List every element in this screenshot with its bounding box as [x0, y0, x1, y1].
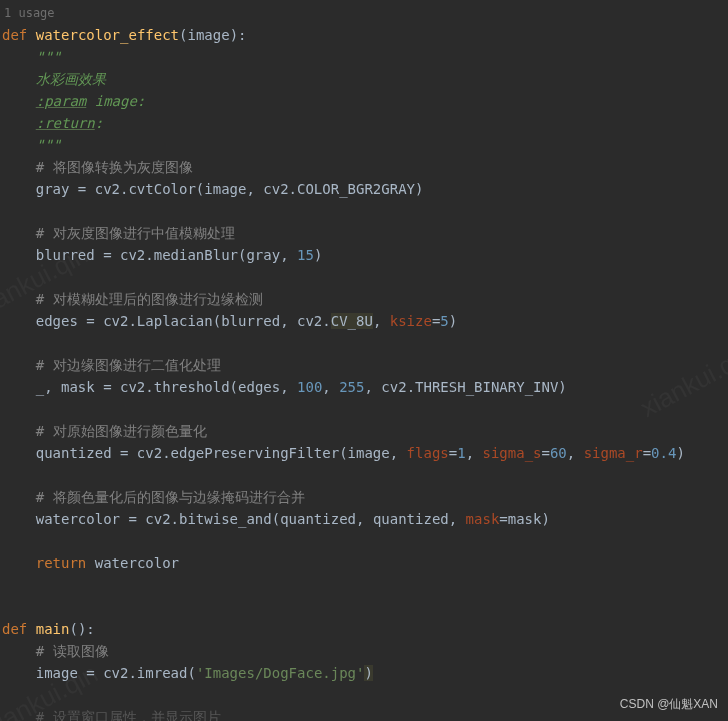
code-line: def main():: [2, 618, 728, 640]
code-line: def watercolor_effect(image):: [2, 24, 728, 46]
function-name: watercolor_effect: [36, 27, 179, 43]
keyword-def: def: [2, 27, 27, 43]
attribution-text: CSDN @仙魁XAN: [620, 693, 718, 715]
code-line: [2, 530, 728, 552]
code-line: :param image:: [2, 90, 728, 112]
code-line: blurred = cv2.medianBlur(gray, 15): [2, 244, 728, 266]
code-line: # 对灰度图像进行中值模糊处理: [2, 222, 728, 244]
code-line: quantized = cv2.edgePreservingFilter(ima…: [2, 442, 728, 464]
code-line: [2, 200, 728, 222]
code-line: # 对模糊处理后的图像进行边缘检测: [2, 288, 728, 310]
code-line: # 读取图像: [2, 640, 728, 662]
code-line: """: [2, 46, 728, 68]
code-line: # 对边缘图像进行二值化处理: [2, 354, 728, 376]
code-line: gray = cv2.cvtColor(image, cv2.COLOR_BGR…: [2, 178, 728, 200]
code-line: return watercolor: [2, 552, 728, 574]
code-line: [2, 332, 728, 354]
code-line: """: [2, 134, 728, 156]
code-line: _, mask = cv2.threshold(edges, 100, 255,…: [2, 376, 728, 398]
code-line: watercolor = cv2.bitwise_and(quantized, …: [2, 508, 728, 530]
code-line: :return:: [2, 112, 728, 134]
param: image: [187, 27, 229, 43]
code-line: # 将颜色量化后的图像与边缘掩码进行合并: [2, 486, 728, 508]
code-editor[interactable]: 1 usage def watercolor_effect(image): ""…: [0, 0, 728, 721]
code-line: # 将图像转换为灰度图像: [2, 156, 728, 178]
code-line: 水彩画效果: [2, 68, 728, 90]
code-line: image = cv2.imread('Images/DogFace.jpg'): [2, 662, 728, 684]
code-line: edges = cv2.Laplacian(blurred, cv2.CV_8U…: [2, 310, 728, 332]
code-line: [2, 266, 728, 288]
code-line: [2, 398, 728, 420]
code-line: [2, 596, 728, 618]
code-line: [2, 464, 728, 486]
code-line: [2, 574, 728, 596]
code-line: # 对原始图像进行颜色量化: [2, 420, 728, 442]
usage-hint: 1 usage: [2, 2, 728, 24]
